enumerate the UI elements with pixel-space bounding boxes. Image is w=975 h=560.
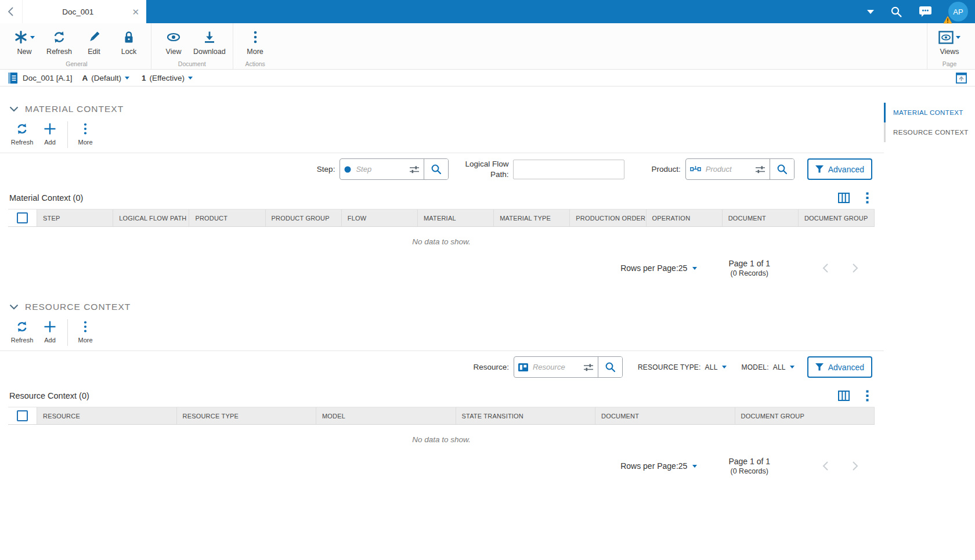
new-button[interactable]: New: [7, 26, 42, 56]
refresh-button[interactable]: Refresh: [42, 26, 77, 56]
views-button-label: Views: [940, 48, 959, 56]
tune-icon[interactable]: [583, 363, 594, 372]
columns-icon[interactable]: [838, 391, 850, 401]
nav-item-material-context[interactable]: MATERIAL CONTEXT: [884, 103, 975, 122]
tune-icon[interactable]: [409, 165, 420, 174]
toolbar-divider: [67, 121, 68, 148]
material-advanced-button[interactable]: Advanced: [807, 158, 872, 180]
resource-refresh-button[interactable]: Refresh: [8, 318, 36, 344]
select-all-checkbox[interactable]: [17, 212, 28, 223]
material-advanced-label: Advanced: [828, 165, 864, 174]
chat-icon[interactable]: [919, 6, 932, 17]
column-header[interactable]: STEP: [37, 209, 113, 226]
logical-flow-path-input[interactable]: [513, 160, 624, 179]
resource-more-button[interactable]: More: [71, 318, 99, 344]
step-browse-button[interactable]: [424, 159, 448, 179]
material-context-section-header[interactable]: MATERIAL CONTEXT: [0, 86, 884, 114]
column-header[interactable]: PRODUCT: [189, 209, 265, 226]
more-button[interactable]: More: [238, 26, 273, 56]
tab-doc[interactable]: Doc_001 ✕: [22, 0, 146, 23]
ribbon-group-label-general: General: [7, 58, 146, 69]
rows-per-page-caret-icon: [692, 267, 697, 270]
material-table: Material Context (0) STEP LOGICAL FLOW P…: [8, 184, 875, 280]
column-header[interactable]: MODEL: [316, 407, 456, 424]
previous-page-icon[interactable]: [822, 263, 829, 273]
material-refresh-button[interactable]: Refresh: [8, 120, 36, 146]
funnel-icon: [815, 165, 824, 173]
material-add-button[interactable]: Add: [36, 120, 64, 146]
nav-item-resource-context[interactable]: RESOURCE CONTEXT: [884, 122, 975, 142]
section-nav: MATERIAL CONTEXT RESOURCE CONTEXT: [884, 86, 975, 142]
column-header[interactable]: DOCUMENT GROUP: [735, 407, 875, 424]
views-button[interactable]: Views: [932, 26, 967, 56]
column-header[interactable]: DOCUMENT GROUP: [799, 209, 875, 226]
collapse-header-icon[interactable]: [956, 73, 967, 84]
warning-icon: [943, 16, 952, 24]
avatar[interactable]: AP: [948, 2, 968, 21]
column-header[interactable]: PRODUCTION ORDER: [570, 209, 646, 226]
tab-title: Doc_001: [25, 8, 131, 16]
version-selector[interactable]: 1 (Effective): [142, 74, 193, 82]
column-header[interactable]: RESOURCE TYPE: [177, 407, 317, 424]
lock-icon: [122, 30, 136, 45]
table-kebab-icon[interactable]: [866, 390, 869, 402]
material-more-button[interactable]: More: [71, 120, 99, 146]
product-browse-button[interactable]: [770, 159, 794, 179]
product-label: Product:: [651, 165, 680, 174]
model-filter[interactable]: MODEL: ALL: [742, 363, 795, 371]
download-button[interactable]: Download: [191, 26, 228, 56]
kebab-icon: [254, 30, 257, 45]
material-add-label: Add: [44, 139, 56, 146]
table-kebab-icon[interactable]: [866, 192, 869, 204]
material-pagination: Rows per Page:25 Page 1 of 1 (0 Records): [8, 251, 875, 280]
column-header[interactable]: LOGICAL FLOW PATH: [113, 209, 189, 226]
edit-button[interactable]: Edit: [77, 26, 111, 56]
refresh-icon: [16, 122, 28, 135]
resource-label: Resource:: [473, 363, 509, 371]
revision-label: (Default): [91, 74, 121, 82]
column-header[interactable]: DOCUMENT: [595, 407, 735, 424]
resource-table-header: RESOURCE RESOURCE TYPE MODEL STATE TRANS…: [8, 407, 875, 425]
product-input[interactable]: [705, 164, 752, 174]
tab-list-chevron-icon[interactable]: [867, 10, 874, 14]
resource-input[interactable]: [532, 362, 580, 372]
previous-page-icon[interactable]: [822, 461, 829, 471]
resource-more-label: More: [78, 337, 92, 344]
step-icon: [344, 166, 351, 173]
resource-advanced-button[interactable]: Advanced: [807, 356, 872, 378]
tune-icon[interactable]: [755, 165, 765, 174]
tab-close-icon[interactable]: ✕: [131, 6, 140, 17]
resource-add-button[interactable]: Add: [36, 318, 64, 344]
funnel-icon: [815, 363, 824, 371]
resource-context-section-header[interactable]: RESOURCE CONTEXT: [0, 280, 884, 312]
step-input[interactable]: [355, 164, 406, 174]
column-header[interactable]: FLOW: [342, 209, 418, 226]
resource-browse-button[interactable]: [598, 357, 622, 377]
step-label: Step:: [317, 165, 335, 174]
revision-selector[interactable]: A (Default): [82, 74, 130, 82]
resource-toolbar: Refresh Add More: [0, 312, 884, 346]
back-icon[interactable]: [0, 6, 22, 17]
column-header[interactable]: MATERIAL: [418, 209, 494, 226]
main-panel: MATERIAL CONTEXT Refresh Add More: [0, 86, 884, 478]
column-header[interactable]: MATERIAL TYPE: [494, 209, 570, 226]
column-header[interactable]: DOCUMENT: [723, 209, 799, 226]
column-header[interactable]: PRODUCT GROUP: [266, 209, 342, 226]
tab-strip: Doc_001 ✕: [0, 0, 146, 23]
rows-per-page-select[interactable]: Rows per Page:25: [620, 263, 697, 273]
next-page-icon[interactable]: [852, 263, 858, 273]
material-refresh-label: Refresh: [11, 139, 34, 146]
lock-button[interactable]: Lock: [111, 26, 146, 56]
asterisk-icon: [14, 30, 35, 45]
search-icon[interactable]: [890, 6, 902, 18]
resource-type-filter[interactable]: RESOURCE TYPE: ALL: [638, 363, 727, 371]
avatar-initials: AP: [953, 8, 963, 16]
column-header[interactable]: RESOURCE: [37, 407, 177, 424]
rows-per-page-select[interactable]: Rows per Page:25: [620, 461, 697, 471]
select-all-checkbox[interactable]: [17, 410, 28, 421]
view-button[interactable]: View: [156, 26, 191, 56]
column-header[interactable]: OPERATION: [647, 209, 723, 226]
next-page-icon[interactable]: [852, 461, 858, 471]
column-header[interactable]: STATE TRANSITION: [456, 407, 596, 424]
columns-icon[interactable]: [838, 193, 850, 203]
